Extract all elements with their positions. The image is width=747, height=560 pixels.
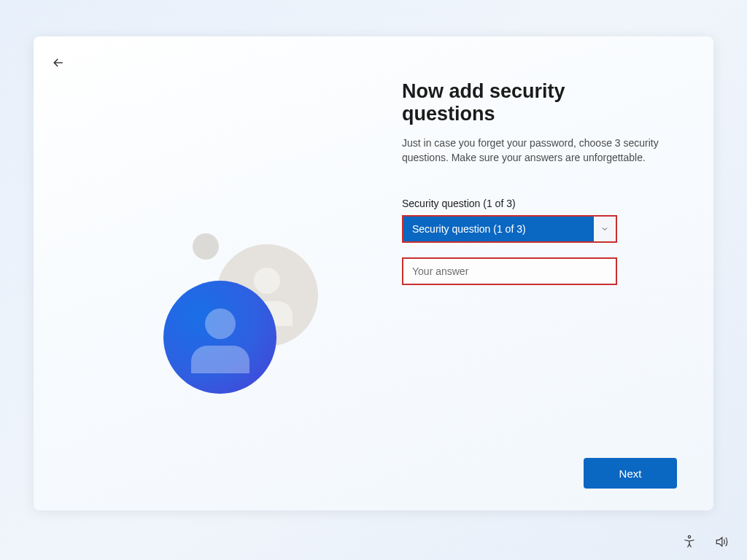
system-tray — [681, 534, 729, 550]
avatar-foreground-icon — [163, 281, 276, 394]
volume-button[interactable] — [713, 534, 729, 550]
arrow-left-icon — [51, 55, 66, 70]
accessibility-button[interactable] — [681, 534, 697, 550]
decorative-dot — [193, 233, 219, 260]
chevron-down-icon — [600, 225, 609, 233]
setup-card: Now add security questions Just in case … — [34, 36, 713, 510]
dropdown-toggle[interactable] — [594, 217, 616, 241]
security-question-select[interactable]: Security question (1 of 3) — [402, 215, 617, 243]
form-pane: Now add security questions Just in case … — [402, 80, 661, 285]
volume-icon — [714, 534, 729, 549]
answer-field-wrap — [402, 257, 617, 285]
page-title: Now add security questions — [402, 80, 661, 125]
question-field-label: Security question (1 of 3) — [402, 198, 661, 209]
page-subtitle: Just in case you forget your password, c… — [402, 136, 661, 166]
security-question-selected[interactable]: Security question (1 of 3) — [403, 217, 594, 241]
user-illustration — [128, 204, 333, 408]
accessibility-icon — [682, 534, 697, 549]
answer-input[interactable] — [403, 259, 616, 284]
svg-point-0 — [688, 536, 690, 538]
back-button[interactable] — [47, 51, 70, 74]
next-button[interactable]: Next — [584, 458, 677, 489]
